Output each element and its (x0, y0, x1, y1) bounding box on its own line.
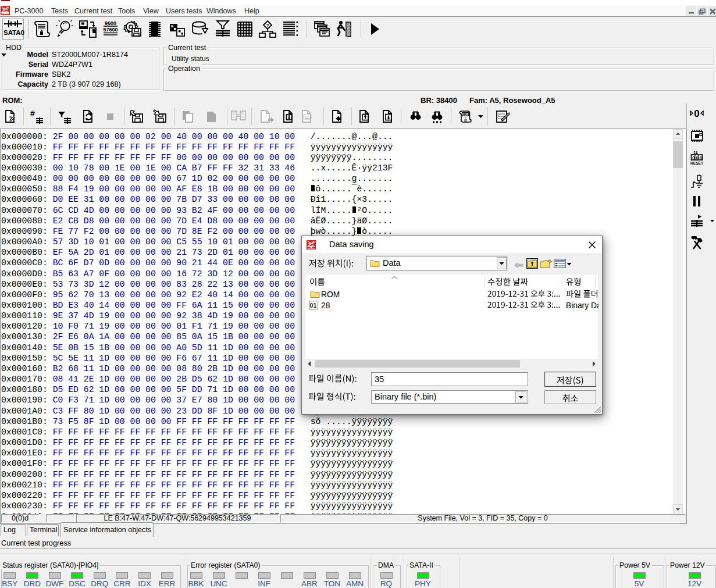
svg-text:#: # (30, 109, 35, 118)
svg-text:0: 0 (694, 108, 699, 119)
svg-text:10: 10 (241, 115, 245, 119)
svg-text:9600: 9600 (105, 20, 116, 26)
svg-text:01: 01 (310, 302, 317, 309)
svg-text:RESET: RESET (690, 161, 703, 165)
svg-text:?: ? (266, 23, 269, 28)
svg-text:57600: 57600 (103, 27, 117, 33)
svg-text:0: 0 (692, 155, 694, 160)
svg-text:0: 0 (696, 155, 698, 160)
svg-text:10: 10 (232, 115, 236, 119)
svg-text:123: 123 (304, 115, 311, 119)
svg-text:0: 0 (699, 155, 701, 160)
